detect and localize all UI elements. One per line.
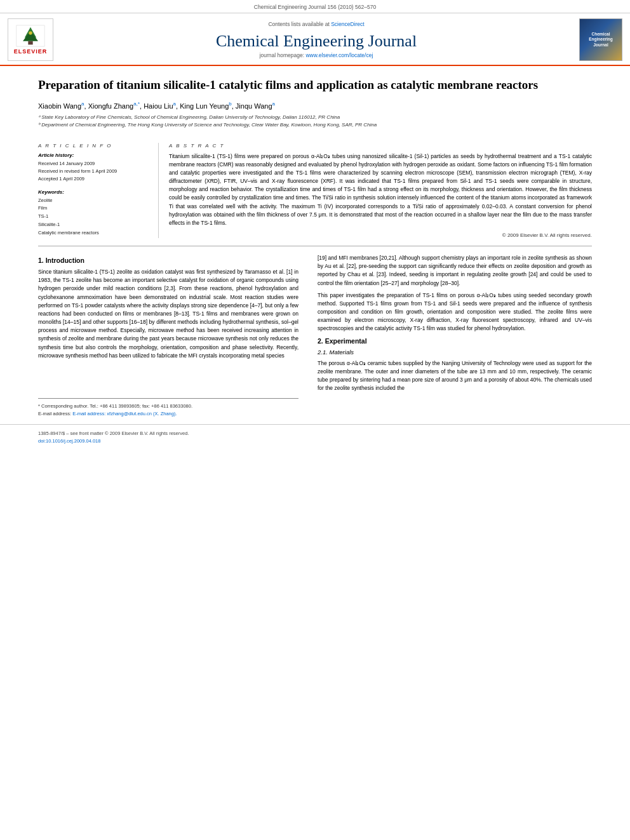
- elsevier-text: ELSEVIER: [14, 48, 48, 55]
- journal-title: Chemical Engineering Journal: [216, 31, 417, 51]
- keyword-2: Film: [38, 204, 148, 213]
- email-link[interactable]: E-mail address: xfzhang@dlut.edu.cn (X. …: [72, 411, 177, 417]
- keyword-5: Catalytic membrane reactors: [38, 229, 148, 237]
- journal-homepage: journal homepage: www.elsevier.com/locat…: [260, 52, 373, 58]
- authors: Xiaobin Wanga, Xiongfu Zhanga,*, Haiou L…: [38, 101, 592, 110]
- experimental-para1: The porous α-Al₂O₃ ceramic tubes supplie…: [318, 359, 592, 393]
- sciencedirect-link[interactable]: ScienceDirect: [331, 21, 364, 27]
- article-title: Preparation of titanium silicalite-1 cat…: [38, 77, 592, 93]
- keyword-3: TS-1: [38, 213, 148, 221]
- copyright: © 2009 Elsevier B.V. All rights reserved…: [169, 232, 592, 238]
- journal-citation: Chemical Engineering Journal 156 (2010) …: [254, 4, 376, 10]
- article-info-label: A R T I C L E I N F O: [38, 143, 148, 149]
- received-revised-date: Received in revised form 1 April 2009: [38, 168, 148, 175]
- keyword-4: Silicalite-1: [38, 221, 148, 229]
- article-info-column: A R T I C L E I N F O Article history: R…: [38, 143, 159, 239]
- abstract-column: A B S T R A C T Titanium silicalite-1 (T…: [159, 143, 592, 239]
- page-wrapper: Chemical Engineering Journal 156 (2010) …: [0, 0, 630, 450]
- article-header: Preparation of titanium silicalite-1 cat…: [0, 66, 630, 142]
- issn-info: 1385-8947/$ – see front matter © 2009 El…: [38, 430, 189, 445]
- issn-line: 1385-8947/$ – see front matter © 2009 El…: [38, 430, 189, 437]
- info-abstract-section: A R T I C L E I N F O Article history: R…: [0, 143, 630, 239]
- homepage-url[interactable]: www.elsevier.com/locate/cej: [305, 52, 373, 58]
- bottom-bar: 1385-8947/$ – see front matter © 2009 El…: [0, 424, 630, 450]
- section-divider: [38, 246, 592, 246]
- affiliation-b: ᵇ Department of Chemical Engineering, Th…: [38, 121, 592, 129]
- introduction-para1: Since titanium silicalite-1 (TS-1) zeoli…: [38, 268, 298, 360]
- introduction-para2: [19] and MFI membranes [20,21]. Although…: [318, 254, 592, 288]
- journal-header: ELSEVIER Contents lists available at Sci…: [0, 13, 630, 66]
- received-date: Received 14 January 2009: [38, 160, 148, 168]
- svg-rect-3: [28, 41, 32, 45]
- journal-cover-image: ChemicalEngineeringJournal: [579, 18, 622, 61]
- email-address: E-mail address: E-mail address: xfzhang@…: [38, 410, 298, 418]
- introduction-heading: 1. Introduction: [38, 257, 298, 264]
- materials-subheading: 2.1. Materials: [318, 349, 592, 356]
- history-label: Article history:: [38, 152, 148, 158]
- corresponding-author: * Corresponding author. Tel.: +86 411 39…: [38, 403, 298, 410]
- svg-point-4: [29, 31, 32, 35]
- introduction-para3: This paper investigates the preparation …: [318, 291, 592, 333]
- body-right-column: [19] and MFI membranes [20,21]. Although…: [311, 254, 592, 418]
- elsevier-logo: ELSEVIER: [8, 18, 53, 61]
- accepted-date: Accepted 1 April 2009: [38, 175, 148, 183]
- keyword-1: Zeolite: [38, 197, 148, 205]
- keywords-label: Keywords:: [38, 189, 148, 195]
- body-section: 1. Introduction Since titanium silicalit…: [0, 254, 630, 418]
- body-left-column: 1. Introduction Since titanium silicalit…: [38, 254, 311, 418]
- contents-available: Contents lists available at ScienceDirec…: [268, 21, 364, 27]
- doi-line[interactable]: doi:10.1016/j.cej.2009.04.018: [38, 437, 189, 445]
- experimental-heading: 2. Experimental: [318, 337, 592, 345]
- abstract-text: Titanium silicalite-1 (TS-1) films were …: [169, 152, 592, 228]
- cover-title: ChemicalEngineeringJournal: [589, 32, 613, 48]
- journal-citation-bar: Chemical Engineering Journal 156 (2010) …: [0, 0, 630, 13]
- affiliation-a: ᵃ State Key Laboratory of Fine Chemicals…: [38, 114, 592, 121]
- journal-title-section: Contents lists available at ScienceDirec…: [58, 18, 574, 61]
- abstract-label: A B S T R A C T: [169, 143, 592, 149]
- affiliations: ᵃ State Key Laboratory of Fine Chemicals…: [38, 114, 592, 129]
- footnote-section: * Corresponding author. Tel.: +86 411 39…: [38, 398, 298, 418]
